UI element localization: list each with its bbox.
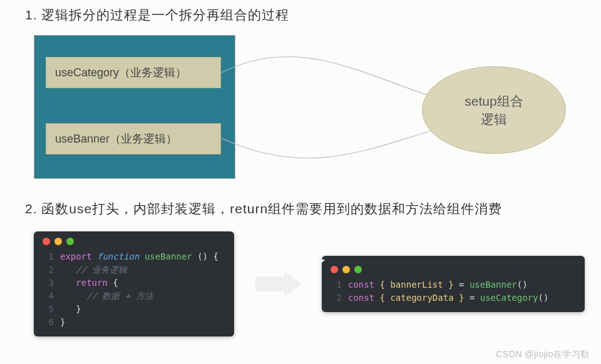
- use-category-box: useCategory（业务逻辑）: [46, 57, 221, 88]
- dot-min-icon: [342, 266, 350, 273]
- heading-1: 1. 逻辑拆分的过程是一个拆分再组合的过程: [0, 0, 601, 24]
- code-line: 4 // 数据 + 方法: [43, 290, 225, 303]
- watermark: CSDN @jiojio在学习勒: [496, 349, 590, 360]
- code-line: 6}: [43, 316, 225, 329]
- dot-close-icon: [331, 266, 338, 273]
- ellipse-line-2: 逻辑: [481, 110, 507, 128]
- code-line: 3 return {: [43, 276, 225, 290]
- code-line: 5 }: [43, 303, 225, 316]
- code-row: 1export function useBanner () { 2 // 业务逻…: [34, 231, 601, 336]
- code-block-right: ➤ 1const { bannerList } = useBanner() 2c…: [322, 256, 585, 312]
- code-line: 1export function useBanner () {: [43, 250, 225, 263]
- arrow-right-icon: [253, 271, 303, 296]
- arrow-bottom: [222, 110, 447, 185]
- cursor-icon: ➤: [318, 254, 327, 268]
- window-dots: [331, 266, 576, 273]
- dot-max-icon: [66, 238, 74, 245]
- arrow-top: [222, 48, 447, 123]
- setup-ellipse: setup组合 逻辑: [422, 66, 566, 154]
- code-line: 2 // 业务逻辑: [43, 263, 225, 276]
- code-line: 1const { bannerList } = useBanner(): [331, 278, 576, 291]
- module-container: useCategory（业务逻辑） useBanner（业务逻辑）: [34, 35, 235, 179]
- diagram-area: useCategory（业务逻辑） useBanner（业务逻辑） setup组…: [34, 35, 601, 191]
- code-block-left: 1export function useBanner () { 2 // 业务逻…: [34, 231, 234, 336]
- dot-min-icon: [54, 238, 62, 245]
- dot-close-icon: [43, 238, 50, 245]
- window-dots: [43, 238, 225, 245]
- dot-max-icon: [354, 266, 362, 273]
- code-line: 2const { categoryData } = useCategory(): [331, 291, 576, 305]
- heading-2: 2. 函数use打头，内部封装逻辑，return组件需要用到的数据和方法给组件消…: [0, 191, 601, 218]
- ellipse-line-1: setup组合: [465, 92, 523, 110]
- use-banner-box: useBanner（业务逻辑）: [46, 123, 221, 154]
